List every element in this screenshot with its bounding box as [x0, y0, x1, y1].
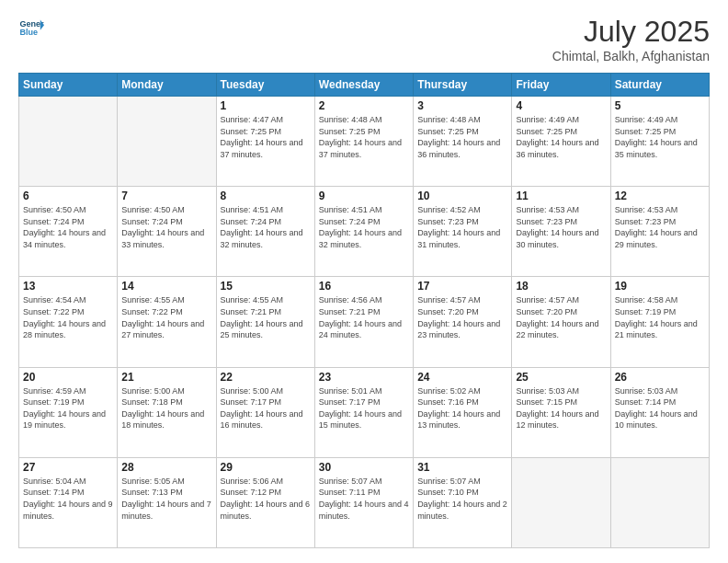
calendar-cell: 6Sunrise: 4:50 AMSunset: 7:24 PMDaylight…	[19, 187, 118, 277]
calendar-cell	[118, 97, 216, 187]
day-number: 19	[615, 280, 705, 293]
calendar-cell: 21Sunrise: 5:00 AMSunset: 7:18 PMDayligh…	[118, 367, 216, 457]
calendar-cell: 15Sunrise: 4:55 AMSunset: 7:21 PMDayligh…	[216, 277, 314, 367]
day-info: Sunrise: 4:52 AMSunset: 7:23 PMDaylight:…	[417, 204, 507, 250]
calendar-cell: 10Sunrise: 4:52 AMSunset: 7:23 PMDayligh…	[414, 187, 512, 277]
calendar-cell: 11Sunrise: 4:53 AMSunset: 7:23 PMDayligh…	[512, 187, 610, 277]
day-info: Sunrise: 5:04 AMSunset: 7:14 PMDaylight:…	[23, 476, 113, 522]
day-info: Sunrise: 5:06 AMSunset: 7:12 PMDaylight:…	[221, 476, 311, 522]
day-number: 15	[221, 280, 311, 293]
calendar-cell: 14Sunrise: 4:55 AMSunset: 7:22 PMDayligh…	[118, 277, 216, 367]
calendar-cell: 22Sunrise: 5:00 AMSunset: 7:17 PMDayligh…	[216, 367, 314, 457]
weekday-header-row: SundayMondayTuesdayWednesdayThursdayFrid…	[19, 74, 710, 97]
day-number: 23	[319, 371, 409, 384]
week-row-2: 6Sunrise: 4:50 AMSunset: 7:24 PMDaylight…	[19, 187, 710, 277]
calendar-cell: 29Sunrise: 5:06 AMSunset: 7:12 PMDayligh…	[216, 457, 314, 547]
calendar-cell: 30Sunrise: 5:07 AMSunset: 7:11 PMDayligh…	[314, 457, 413, 547]
day-number: 7	[121, 190, 211, 202]
day-info: Sunrise: 4:48 AMSunset: 7:25 PMDaylight:…	[417, 114, 507, 160]
day-number: 21	[121, 371, 211, 384]
calendar-cell: 24Sunrise: 5:02 AMSunset: 7:16 PMDayligh…	[414, 367, 512, 457]
day-info: Sunrise: 4:48 AMSunset: 7:25 PMDaylight:…	[319, 114, 409, 160]
calendar-cell: 8Sunrise: 4:51 AMSunset: 7:24 PMDaylight…	[216, 187, 314, 277]
day-info: Sunrise: 4:50 AMSunset: 7:24 PMDaylight:…	[23, 204, 113, 250]
day-number: 9	[319, 190, 409, 202]
calendar-cell: 28Sunrise: 5:05 AMSunset: 7:13 PMDayligh…	[118, 457, 216, 547]
calendar-cell: 23Sunrise: 5:01 AMSunset: 7:17 PMDayligh…	[314, 367, 413, 457]
calendar-cell: 25Sunrise: 5:03 AMSunset: 7:15 PMDayligh…	[512, 367, 610, 457]
day-number: 27	[23, 461, 113, 474]
day-info: Sunrise: 5:00 AMSunset: 7:17 PMDaylight:…	[221, 385, 311, 431]
day-number: 31	[417, 461, 507, 474]
day-number: 12	[615, 190, 705, 202]
calendar-cell: 31Sunrise: 5:07 AMSunset: 7:10 PMDayligh…	[414, 457, 512, 547]
calendar-cell	[512, 457, 610, 547]
day-number: 2	[319, 99, 409, 112]
svg-text:Blue: Blue	[19, 28, 38, 37]
day-info: Sunrise: 5:02 AMSunset: 7:16 PMDaylight:…	[417, 385, 507, 431]
day-number: 22	[221, 371, 311, 384]
day-number: 28	[121, 461, 211, 474]
calendar-cell: 18Sunrise: 4:57 AMSunset: 7:20 PMDayligh…	[512, 277, 610, 367]
weekday-saturday: Saturday	[610, 74, 709, 97]
weekday-monday: Monday	[118, 74, 216, 97]
logo: General Blue	[18, 15, 44, 40]
day-info: Sunrise: 5:07 AMSunset: 7:11 PMDaylight:…	[319, 476, 409, 522]
day-number: 24	[417, 371, 507, 384]
day-info: Sunrise: 4:54 AMSunset: 7:22 PMDaylight:…	[23, 294, 113, 340]
header: General Blue July 2025 Chimtal, Balkh, A…	[18, 15, 710, 63]
calendar-cell: 20Sunrise: 4:59 AMSunset: 7:19 PMDayligh…	[19, 367, 118, 457]
calendar-cell: 19Sunrise: 4:58 AMSunset: 7:19 PMDayligh…	[610, 277, 709, 367]
day-number: 30	[319, 461, 409, 474]
weekday-sunday: Sunday	[19, 74, 118, 97]
day-number: 17	[417, 280, 507, 293]
day-number: 26	[615, 371, 705, 384]
day-number: 14	[121, 280, 211, 293]
day-number: 5	[615, 99, 705, 112]
calendar-cell: 1Sunrise: 4:47 AMSunset: 7:25 PMDaylight…	[216, 97, 314, 187]
day-info: Sunrise: 5:07 AMSunset: 7:10 PMDaylight:…	[417, 476, 507, 522]
day-info: Sunrise: 4:49 AMSunset: 7:25 PMDaylight:…	[516, 114, 606, 160]
day-number: 20	[23, 371, 113, 384]
calendar-subtitle: Chimtal, Balkh, Afghanistan	[552, 49, 710, 63]
calendar-cell: 17Sunrise: 4:57 AMSunset: 7:20 PMDayligh…	[414, 277, 512, 367]
title-block: July 2025 Chimtal, Balkh, Afghanistan	[552, 15, 710, 63]
day-info: Sunrise: 5:01 AMSunset: 7:17 PMDaylight:…	[319, 385, 409, 431]
day-info: Sunrise: 4:51 AMSunset: 7:24 PMDaylight:…	[221, 204, 311, 250]
day-number: 16	[319, 280, 409, 293]
day-info: Sunrise: 4:58 AMSunset: 7:19 PMDaylight:…	[615, 294, 705, 340]
day-number: 6	[23, 190, 113, 202]
day-number: 11	[516, 190, 606, 202]
calendar-cell: 7Sunrise: 4:50 AMSunset: 7:24 PMDaylight…	[118, 187, 216, 277]
day-info: Sunrise: 4:47 AMSunset: 7:25 PMDaylight:…	[221, 114, 311, 160]
day-number: 4	[516, 99, 606, 112]
day-info: Sunrise: 4:53 AMSunset: 7:23 PMDaylight:…	[516, 204, 606, 250]
week-row-3: 13Sunrise: 4:54 AMSunset: 7:22 PMDayligh…	[19, 277, 710, 367]
calendar-cell: 27Sunrise: 5:04 AMSunset: 7:14 PMDayligh…	[19, 457, 118, 547]
day-info: Sunrise: 5:03 AMSunset: 7:15 PMDaylight:…	[516, 385, 606, 431]
day-number: 13	[23, 280, 113, 293]
day-number: 8	[221, 190, 311, 202]
weekday-thursday: Thursday	[414, 74, 512, 97]
calendar-cell: 5Sunrise: 4:49 AMSunset: 7:25 PMDaylight…	[610, 97, 709, 187]
calendar-cell	[610, 457, 709, 547]
day-info: Sunrise: 5:05 AMSunset: 7:13 PMDaylight:…	[121, 476, 211, 522]
day-info: Sunrise: 4:57 AMSunset: 7:20 PMDaylight:…	[516, 294, 606, 340]
day-info: Sunrise: 4:51 AMSunset: 7:24 PMDaylight:…	[319, 204, 409, 250]
page: General Blue July 2025 Chimtal, Balkh, A…	[0, 0, 728, 563]
day-info: Sunrise: 4:57 AMSunset: 7:20 PMDaylight:…	[417, 294, 507, 340]
calendar-cell: 2Sunrise: 4:48 AMSunset: 7:25 PMDaylight…	[314, 97, 413, 187]
day-info: Sunrise: 4:53 AMSunset: 7:23 PMDaylight:…	[615, 204, 705, 250]
week-row-4: 20Sunrise: 4:59 AMSunset: 7:19 PMDayligh…	[19, 367, 710, 457]
week-row-5: 27Sunrise: 5:04 AMSunset: 7:14 PMDayligh…	[19, 457, 710, 547]
calendar-cell	[19, 97, 118, 187]
weekday-friday: Friday	[512, 74, 610, 97]
calendar-cell: 3Sunrise: 4:48 AMSunset: 7:25 PMDaylight…	[414, 97, 512, 187]
day-info: Sunrise: 4:55 AMSunset: 7:22 PMDaylight:…	[121, 294, 211, 340]
day-info: Sunrise: 4:56 AMSunset: 7:21 PMDaylight:…	[319, 294, 409, 340]
calendar-cell: 9Sunrise: 4:51 AMSunset: 7:24 PMDaylight…	[314, 187, 413, 277]
calendar-cell: 4Sunrise: 4:49 AMSunset: 7:25 PMDaylight…	[512, 97, 610, 187]
day-number: 29	[221, 461, 311, 474]
day-info: Sunrise: 4:49 AMSunset: 7:25 PMDaylight:…	[615, 114, 705, 160]
logo-icon: General Blue	[18, 15, 44, 40]
